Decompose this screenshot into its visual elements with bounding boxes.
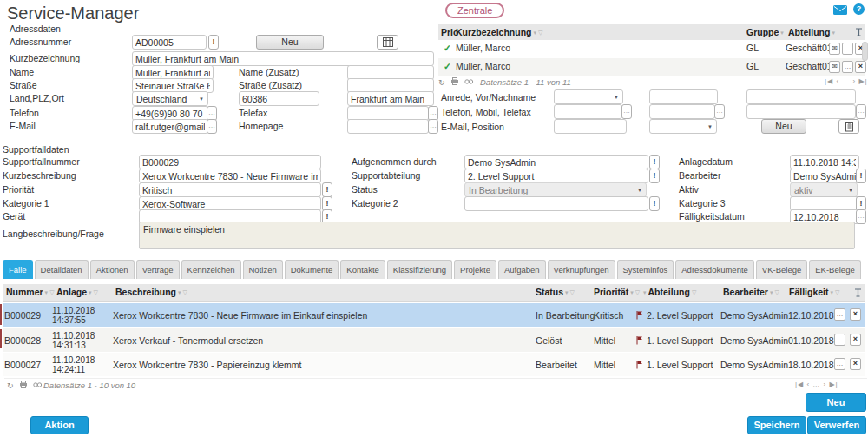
case-dots-button[interactable]: … [834, 334, 845, 346]
anrede-select[interactable]: ▼ [554, 89, 623, 104]
contact-clipboard-icon-button[interactable] [838, 119, 859, 134]
email-dots-button[interactable]: … [207, 119, 217, 134]
prioritaet-lookup-button[interactable]: ! [322, 182, 332, 197]
tab-aufgaben[interactable]: Aufgaben [498, 260, 546, 279]
sort-icon[interactable]: ▾ [770, 289, 773, 295]
sort-icon[interactable]: ▾ [831, 289, 834, 295]
link-icon[interactable] [33, 381, 43, 390]
mail-icon[interactable] [833, 5, 847, 17]
tab-verknuepfungen[interactable]: Verknüpfungen [548, 260, 615, 279]
filter-icon[interactable]: ▽ [835, 289, 839, 295]
bearbeiter-lookup-button[interactable]: ! [856, 169, 866, 183]
speichern-button[interactable]: Speichern [747, 416, 806, 434]
filter-icon[interactable]: ▽ [183, 289, 187, 295]
tab-aktionen[interactable]: Aktionen [90, 260, 135, 279]
adressnummer-lookup-button[interactable]: ! [208, 35, 219, 50]
filter-icon[interactable]: ▽ [94, 289, 98, 295]
kontakt-telefax-dots-button[interactable]: … [856, 104, 866, 119]
contact-dots-button[interactable]: … [842, 61, 853, 73]
pin-icon[interactable] [855, 28, 863, 38]
sort-icon[interactable]: ▾ [565, 289, 569, 295]
filter-icon[interactable]: ▽ [635, 289, 640, 295]
contact-dots-button[interactable]: … [842, 43, 853, 55]
homepage-dots-button[interactable]: … [428, 119, 438, 134]
help-icon[interactable]: ? [853, 3, 865, 15]
table-row[interactable]: B000029 11.10.201814:37:55 Xerox Workcen… [3, 303, 865, 327]
nachname-input[interactable] [746, 89, 856, 104]
refresh-icon[interactable]: ↻ [7, 381, 14, 390]
pin-icon[interactable] [854, 288, 862, 299]
aufgenommen-lookup-button[interactable]: ! [649, 155, 660, 169]
filter-icon[interactable]: ▽ [570, 289, 575, 295]
homepage-input[interactable] [347, 119, 429, 134]
aktion-button[interactable]: Aktion [30, 416, 89, 434]
print-icon[interactable] [19, 381, 28, 390]
link-icon[interactable] [464, 78, 474, 87]
prioritaet-input[interactable] [139, 182, 321, 197]
anlagedatum-input[interactable] [790, 155, 859, 169]
tab-notizen[interactable]: Notizen [243, 260, 283, 279]
filter-icon[interactable]: ▽ [538, 30, 542, 36]
cases-col-nummer[interactable]: Nummer▾▽ [6, 287, 55, 297]
cases-col-faelligkeit[interactable]: Fälligkeit▾▽ [789, 287, 839, 297]
case-dots-button[interactable]: … [834, 358, 845, 370]
verwerfen-button[interactable]: Verwerfen [807, 416, 866, 434]
table-row[interactable]: B000028 11.10.201814:31:13 Xerox Verkauf… [3, 328, 865, 352]
contacts-col-abteilung[interactable]: Abteilung▾ [788, 27, 835, 37]
contact-close-button[interactable]: × [855, 61, 866, 73]
tab-detaildaten[interactable]: Detaildaten [35, 260, 89, 279]
bearbeiter-input[interactable] [790, 169, 859, 183]
tab-ek-belege[interactable]: EK-Belege [809, 260, 860, 279]
kontakt-telefon-input[interactable] [554, 104, 622, 119]
adressnummer-input[interactable] [132, 35, 207, 50]
tab-vertraege[interactable]: Verträge [136, 260, 180, 279]
supportabteilung-lookup-button[interactable]: ! [649, 169, 660, 183]
kontakt-mobil-input[interactable] [649, 104, 715, 119]
contacts-col-gruppe[interactable]: Gruppe▾ [746, 27, 784, 37]
cases-col-anlage[interactable]: Anlage▾▽ [56, 287, 98, 297]
tab-adressdokumente[interactable]: Adressdokumente [675, 260, 754, 279]
cases-col-status[interactable]: Status▾▽ [536, 287, 575, 297]
aktiv-select[interactable]: aktiv ▼ [790, 182, 858, 197]
sort-icon[interactable]: ▾ [89, 289, 92, 295]
faelligkeitsdatum-dots-button[interactable]: … [856, 209, 866, 224]
sort-icon[interactable]: ▾ [643, 289, 647, 295]
kontakt-telefax-input[interactable] [746, 104, 856, 119]
contact-neu-button[interactable]: Neu [761, 119, 806, 134]
kontakt-email-input[interactable] [554, 119, 627, 134]
langbeschreibung-textarea[interactable]: Firmware einspielen [139, 222, 855, 249]
tab-projekte[interactable]: Projekte [454, 260, 496, 279]
cases-pager[interactable]: |◀ ‹ … › ▶| [795, 381, 838, 388]
contacts-pager[interactable]: |◀ ‹ … › ▶| [825, 77, 868, 85]
contacts-col-kurzbezeichnung[interactable]: Kurzbezeichnung▾▽ [456, 27, 542, 37]
plz-input[interactable] [239, 91, 319, 106]
sort-icon[interactable]: ▾ [178, 289, 181, 295]
neu-button[interactable]: Neu [806, 393, 866, 412]
case-close-button[interactable]: × [850, 308, 861, 321]
sort-icon[interactable]: ▾ [780, 30, 784, 36]
print-icon[interactable] [450, 78, 459, 87]
vorname-input[interactable] [649, 89, 718, 104]
kontakt-telefon-dots-button[interactable]: … [621, 104, 632, 119]
contact-row[interactable]: ✓ Müller, Marco GL Geschäft01 ✉ … × [438, 40, 865, 57]
refresh-icon[interactable]: ↻ [438, 78, 445, 87]
aufgenommen-input[interactable] [464, 155, 648, 169]
tab-klassifizierung[interactable]: Klassifizierung [387, 260, 452, 279]
contacts-scrollbar[interactable] [862, 42, 868, 61]
ort-input[interactable] [347, 91, 434, 106]
case-close-button[interactable]: × [850, 358, 861, 370]
supportabteilung-input[interactable] [464, 169, 648, 183]
tab-dokumente[interactable]: Dokumente [285, 260, 339, 279]
filter-icon[interactable]: ▽ [692, 289, 696, 295]
supportfallnummer-input[interactable] [139, 155, 321, 169]
case-dots-button[interactable]: … [834, 308, 845, 321]
contact-mail-button[interactable]: ✉ [829, 61, 840, 73]
table-row[interactable]: B000027 11.10.201814:24:11 Xerox Workcen… [3, 353, 865, 376]
case-close-button[interactable]: × [850, 334, 861, 346]
cases-col-abteilung[interactable]: ▾Abteilung▽ [643, 287, 696, 297]
status-select[interactable]: In Bearbeitung ▼ [464, 182, 647, 197]
kategorie2-lookup-button[interactable]: ! [649, 196, 660, 211]
position-select[interactable]: ▼ [649, 119, 717, 134]
contact-mail-button[interactable]: ✉ [829, 43, 840, 55]
kurzbeschreibung-support-input[interactable] [139, 169, 321, 183]
